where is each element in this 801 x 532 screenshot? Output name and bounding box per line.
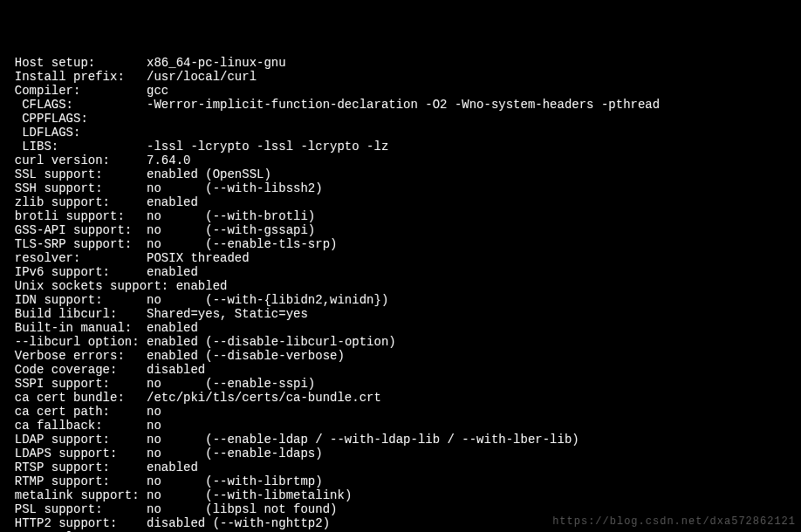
config-value: disabled (--with-nghttp2): [132, 516, 330, 530]
output-line: metalink support: no (--with-libmetalink…: [0, 488, 801, 502]
config-label: HTTP2 support:: [0, 516, 132, 530]
output-line: GSS-API support: no (--with-gssapi): [0, 223, 801, 237]
config-label: Built-in manual:: [0, 321, 132, 335]
output-line: CFLAGS: -Werror-implicit-function-declar…: [0, 98, 801, 112]
config-label: --libcurl option:: [0, 335, 140, 349]
output-line: IDN support: no (--with-{libidn2,winidn}…: [0, 293, 801, 307]
config-value: enabled: [132, 460, 198, 474]
output-line: zlib support: enabled: [0, 195, 801, 209]
output-line: curl version: 7.64.0: [0, 153, 801, 167]
config-label: ca fallback:: [0, 419, 132, 433]
config-value: 7.64.0: [132, 153, 190, 167]
output-line: LDAPS support: no (--enable-ldaps): [0, 447, 801, 460]
output-line: SSH support: no (--with-libssh2): [0, 181, 801, 195]
config-value: no (--with-gssapi): [132, 223, 315, 237]
config-value: Shared=yes, Static=yes: [132, 307, 308, 321]
config-value: no (--with-libssh2): [132, 181, 322, 195]
config-label: curl version:: [0, 153, 132, 167]
config-value: enabled (OpenSSL): [132, 167, 271, 181]
config-label: LDFLAGS:: [0, 126, 132, 140]
config-value: no (--enable-ldaps): [132, 447, 322, 460]
config-label: RTSP support:: [0, 460, 132, 474]
config-value: enabled: [132, 265, 198, 279]
config-label: CFLAGS:: [0, 98, 132, 112]
config-label: metalink support:: [0, 488, 140, 502]
config-value: x86_64-pc-linux-gnu: [132, 56, 285, 70]
config-value: enabled: [132, 321, 198, 335]
config-value: [132, 112, 147, 126]
output-line: Host setup: x86_64-pc-linux-gnu: [0, 56, 801, 70]
config-value: no (--with-{libidn2,winidn}): [132, 293, 388, 307]
config-label: PSL support:: [0, 502, 132, 516]
config-label: IDN support:: [0, 293, 132, 307]
config-value: no: [132, 419, 161, 433]
config-label: SSH support:: [0, 181, 132, 195]
output-line: ca cert path: no: [0, 405, 801, 419]
config-value: [132, 126, 147, 140]
output-line: Code coverage: disabled: [0, 363, 801, 377]
output-line: ca cert bundle: /etc/pki/tls/certs/ca-bu…: [0, 391, 801, 405]
output-line: LDAP support: no (--enable-ldap / --with…: [0, 433, 801, 447]
config-value: no (--enable-ldap / --with-ldap-lib / --…: [132, 433, 578, 447]
config-value: no (--with-librtmp): [132, 474, 322, 488]
config-label: ca cert path:: [0, 405, 132, 419]
config-label: Build libcurl:: [0, 307, 132, 321]
config-value: POSIX threaded: [132, 251, 249, 265]
config-value: no (--with-libmetalink): [140, 488, 353, 502]
config-label: Code coverage:: [0, 363, 132, 377]
config-label: SSPI support:: [0, 377, 132, 391]
output-line: IPv6 support: enabled: [0, 265, 801, 279]
config-value: no (--with-brotli): [132, 209, 315, 223]
output-line: Compiler: gcc: [0, 84, 801, 98]
config-label: zlib support:: [0, 195, 132, 209]
config-value: -Werror-implicit-function-declaration -O…: [132, 98, 660, 112]
terminal-output: Host setup: x86_64-pc-linux-gnu Install …: [0, 56, 801, 532]
config-label: brotli support:: [0, 209, 132, 223]
config-value: enabled (--disable-verbose): [132, 349, 345, 363]
config-label: Verbose errors:: [0, 349, 132, 363]
output-line: Built-in manual: enabled: [0, 321, 801, 335]
config-value: no (libpsl not found): [132, 502, 337, 516]
output-line: brotli support: no (--with-brotli): [0, 209, 801, 223]
output-line: LDFLAGS:: [0, 126, 801, 140]
config-label: LDAP support:: [0, 433, 132, 447]
output-line: --libcurl option: enabled (--disable-lib…: [0, 335, 801, 349]
output-line: CPPFLAGS:: [0, 112, 801, 126]
output-line: TLS-SRP support: no (--enable-tls-srp): [0, 237, 801, 251]
output-line: resolver: POSIX threaded: [0, 251, 801, 265]
output-line: Install prefix: /usr/local/curl: [0, 70, 801, 84]
config-value: /usr/local/curl: [132, 70, 257, 84]
config-value: no (--enable-sspi): [132, 377, 315, 391]
output-line: SSL support: enabled (OpenSSL): [0, 167, 801, 181]
config-label: Unix sockets support: enabled: [0, 279, 227, 293]
config-value: no (--enable-tls-srp): [132, 237, 337, 251]
config-value: /etc/pki/tls/certs/ca-bundle.crt: [132, 391, 381, 405]
config-label: resolver:: [0, 251, 132, 265]
config-label: Compiler:: [0, 84, 132, 98]
config-label: CPPFLAGS:: [0, 112, 132, 126]
output-line: LIBS: -lssl -lcrypto -lssl -lcrypto -lz: [0, 140, 801, 153]
config-value: no: [132, 405, 161, 419]
config-label: ca cert bundle:: [0, 391, 132, 405]
config-label: Install prefix:: [0, 70, 132, 84]
config-label: TLS-SRP support:: [0, 237, 132, 251]
output-line: ca fallback: no: [0, 419, 801, 433]
config-value: gcc: [132, 84, 168, 98]
config-value: disabled: [132, 363, 205, 377]
config-value: enabled: [132, 195, 198, 209]
output-line: SSPI support: no (--enable-sspi): [0, 377, 801, 391]
config-label: LIBS:: [0, 140, 132, 153]
config-label: SSL support:: [0, 167, 132, 181]
output-line: RTMP support: no (--with-librtmp): [0, 474, 801, 488]
output-line: Build libcurl: Shared=yes, Static=yes: [0, 307, 801, 321]
config-label: Host setup:: [0, 56, 132, 70]
output-line: Verbose errors: enabled (--disable-verbo…: [0, 349, 801, 363]
watermark-text: https://blog.csdn.net/dxa572862121: [552, 515, 796, 529]
config-label: IPv6 support:: [0, 265, 132, 279]
config-label: LDAPS support:: [0, 447, 132, 460]
output-line: Unix sockets support: enabled: [0, 279, 801, 293]
config-value: enabled (--disable-libcurl-option): [140, 335, 396, 349]
config-value: -lssl -lcrypto -lssl -lcrypto -lz: [132, 140, 388, 153]
output-line: RTSP support: enabled: [0, 460, 801, 474]
config-label: RTMP support:: [0, 474, 132, 488]
